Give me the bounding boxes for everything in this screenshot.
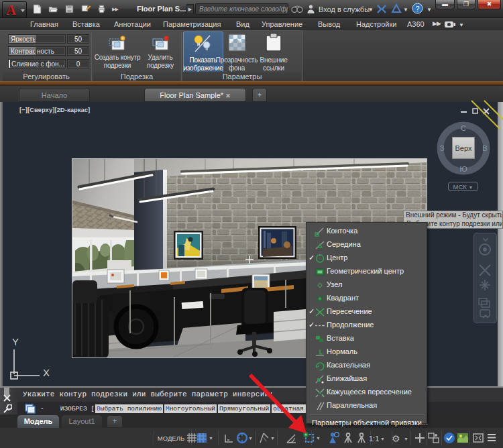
- svg-text:X: X: [43, 367, 50, 378]
- svg-text:Y: Y: [12, 336, 19, 347]
- svg-text:С: С: [461, 124, 466, 132]
- svg-text:З: З: [440, 144, 445, 152]
- svg-text:Ю: Ю: [459, 165, 467, 173]
- svg-text:?: ?: [415, 5, 419, 13]
- svg-text:Верх: Верх: [455, 144, 472, 152]
- svg-text:В: В: [482, 144, 487, 152]
